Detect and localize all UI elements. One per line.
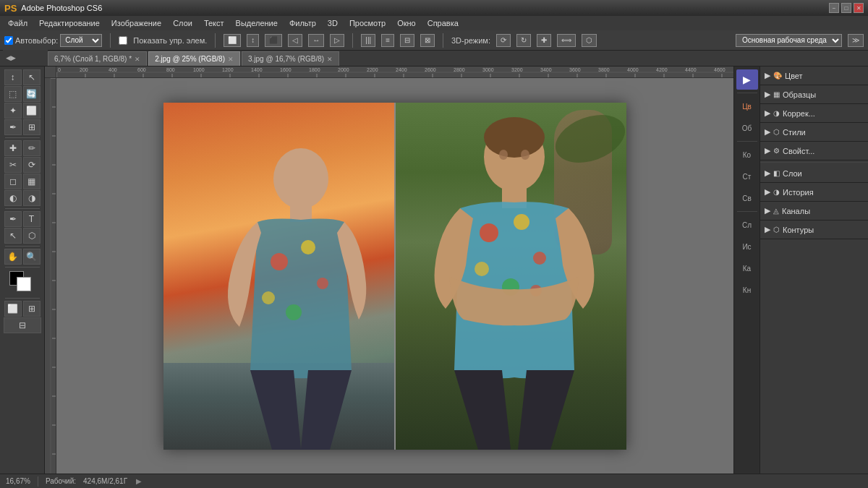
tab-1-close[interactable]: ✕	[228, 56, 234, 63]
minimize-button[interactable]: −	[829, 3, 839, 13]
panel-color-header[interactable]: ▶ 🎨 Цвет	[765, 69, 864, 82]
panel-adjust-icon[interactable]: Ко	[736, 145, 758, 165]
svg-text:0: 0	[58, 67, 61, 72]
3d-btn3[interactable]: ✚	[537, 34, 551, 47]
svg-text:2200: 2200	[367, 67, 378, 72]
panel-channels-icon[interactable]: Ка	[736, 258, 758, 278]
lasso-btn[interactable]: 🔄	[23, 86, 41, 102]
menu-edit[interactable]: Редактирование	[34, 17, 105, 29]
panel-layers-header[interactable]: ▶ ◧ Слои	[765, 167, 864, 179]
history-btn[interactable]: ⟳	[23, 157, 41, 173]
maximize-button[interactable]: □	[841, 3, 851, 13]
align-vcenter-btn[interactable]: ↕	[247, 34, 259, 47]
tab-2[interactable]: 3.jpg @ 16,7% (RGB/8) ✕	[242, 51, 339, 66]
workspace-selector[interactable]: Основная рабочая среда	[736, 34, 842, 47]
show-controls-checkbox[interactable]	[119, 36, 127, 45]
align-right-btn[interactable]: ▷	[330, 34, 344, 47]
tab-1[interactable]: 2.jpg @ 25% (RGB/8) ✕	[148, 51, 240, 66]
panel-section-layers: ▶ ◧ Слои	[760, 164, 868, 183]
menu-view[interactable]: Просмотр	[344, 17, 391, 29]
menu-file[interactable]: Файл	[3, 17, 33, 29]
sep4	[443, 33, 443, 48]
svg-text:2400: 2400	[396, 67, 407, 72]
eyedrop-btn[interactable]: ✒	[4, 119, 22, 135]
pen-btn[interactable]: ✒	[4, 211, 22, 227]
panel-history-header[interactable]: ▶ ◑ История	[765, 186, 864, 198]
rect-select-btn[interactable]: ⬚	[4, 86, 22, 102]
tab-0[interactable]: 6,7% (Слой 1, RGB/8) * ✕	[48, 51, 147, 66]
screen-mode-btn[interactable]: ⊞	[23, 301, 41, 317]
menu-window[interactable]: Окно	[392, 17, 421, 29]
panel-play-icon[interactable]: ▶	[736, 69, 758, 90]
autofill-checkbox[interactable]	[4, 36, 13, 45]
align-left-btn[interactable]: ◁	[288, 34, 302, 47]
quick-mask-btn[interactable]: ⬜	[4, 301, 22, 317]
align-bottom-btn[interactable]: ⬛	[265, 34, 282, 47]
menu-help[interactable]: Справка	[422, 17, 464, 29]
menu-3d[interactable]: 3D	[323, 17, 343, 29]
status-arrow-icon[interactable]: ▶	[136, 477, 142, 485]
panel-paths-header[interactable]: ▶ ⬡ Контуры	[765, 223, 864, 236]
text-btn[interactable]: T	[23, 211, 41, 227]
autofill-select[interactable]: Слой Группа	[60, 34, 102, 47]
clone-btn[interactable]: ✂	[4, 157, 22, 173]
panel-props-icon[interactable]: Св	[736, 188, 758, 208]
menu-select[interactable]: Выделение	[231, 17, 283, 29]
move-tool-btn[interactable]: ↕	[4, 69, 22, 85]
close-button[interactable]: ✕	[854, 3, 864, 13]
panel-styles-icon[interactable]: Ст	[736, 166, 758, 187]
quick-sel-btn[interactable]: ✦	[4, 103, 22, 119]
3d-btn4[interactable]: ⟺	[557, 34, 576, 47]
menu-filter[interactable]: Фильтр	[284, 17, 321, 29]
3d-btn5[interactable]: ⬡	[582, 34, 597, 47]
canvas-area: 0 200 400 600 800 1000 1200	[45, 67, 733, 474]
background-color[interactable]	[17, 277, 31, 291]
gradient-btn[interactable]: ▦	[23, 174, 41, 189]
3d-btn2[interactable]: ↻	[516, 34, 531, 47]
panel-styles-header[interactable]: ▶ ⬡ Стили	[765, 126, 864, 138]
spot-heal-btn[interactable]: ✚	[4, 140, 22, 156]
distribute-4-btn[interactable]: ⊠	[420, 34, 435, 47]
hand-btn[interactable]: ✋	[4, 249, 22, 265]
tab-0-close[interactable]: ✕	[135, 56, 140, 63]
document-area[interactable]	[56, 78, 733, 474]
panel-color-icon[interactable]: Цв	[736, 96, 758, 116]
menu-text[interactable]: Текст	[199, 17, 229, 29]
eraser-btn[interactable]: ◻	[4, 174, 22, 189]
panel-adjust-header[interactable]: ▶ ◑ Коррек...	[765, 107, 864, 119]
panel-props-header[interactable]: ▶ ⚙ Свойст...	[765, 145, 864, 157]
menu-image[interactable]: Изображение	[106, 17, 166, 29]
panel-samples-header[interactable]: ▶ ▦ Образцы	[765, 88, 864, 100]
color-swatches[interactable]	[9, 271, 35, 294]
blur-btn[interactable]: ◑	[23, 190, 41, 206]
view-mode-btn[interactable]: ⊟	[4, 317, 41, 333]
shape-btn[interactable]: ⬡	[23, 228, 41, 244]
workspace-extra-btn[interactable]: ≫	[848, 34, 864, 47]
align-top-btn[interactable]: ⬜	[224, 34, 241, 47]
svg-text:3800: 3800	[598, 67, 610, 72]
select-tool-btn[interactable]: ↖	[23, 69, 41, 85]
panel-channels-label: Каналы	[782, 207, 810, 215]
left-toolbar: ↕ ↖ ⬚ 🔄 ✦ ⬜ ✒ ⊞ ✚ ✏ ✂ ⟳ ◻ ▦ ◐ ◑	[0, 67, 45, 474]
distribute-1-btn[interactable]: |||	[361, 34, 375, 47]
crop-btn[interactable]: ⬜	[23, 103, 41, 119]
ruler-btn[interactable]: ⊞	[23, 119, 41, 135]
panel-layers-icon[interactable]: Сл	[736, 215, 758, 235]
tab-2-close[interactable]: ✕	[327, 56, 333, 63]
distribute-2-btn[interactable]: ≡	[381, 34, 394, 47]
zoom-btn[interactable]: 🔍	[23, 249, 41, 265]
dodge-btn[interactable]: ◐	[4, 190, 22, 206]
panel-channels-header[interactable]: ▶ ◬ Каналы	[765, 205, 864, 217]
panel-samples-icon[interactable]: Об	[736, 118, 758, 138]
distribute-3-btn[interactable]: ⊟	[400, 34, 414, 47]
brush-btn[interactable]: ✏	[23, 140, 41, 156]
path-sel-btn[interactable]: ↖	[4, 228, 22, 244]
panel-sep	[737, 93, 757, 93]
panel-history-icon[interactable]: Ис	[736, 236, 758, 257]
panel-paths-icon[interactable]: Кн	[736, 280, 758, 300]
person-left-svg	[207, 139, 373, 450]
3d-btn1[interactable]: ⟳	[496, 34, 511, 47]
align-hcenter-btn[interactable]: ↔	[308, 34, 324, 47]
menu-layers[interactable]: Слои	[168, 17, 197, 29]
panel-arrow-icon[interactable]: ◀▶	[6, 54, 16, 61]
